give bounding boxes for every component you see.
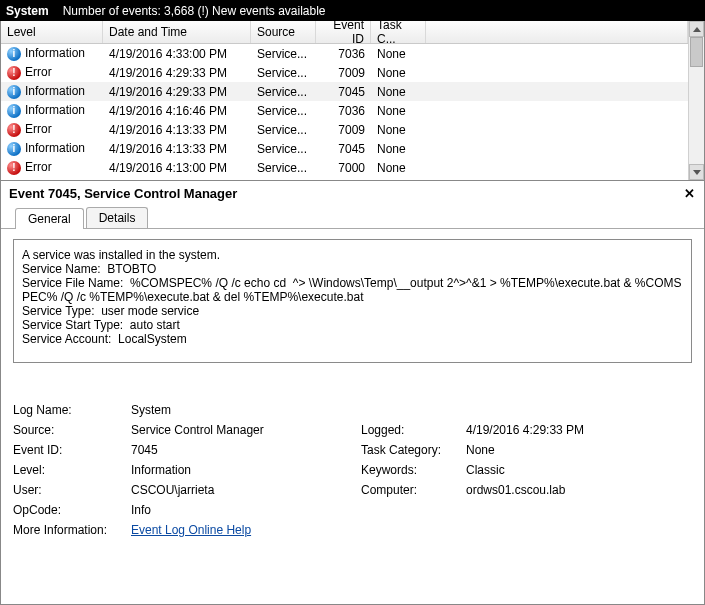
description-line: Service Type: user mode service <box>22 304 683 318</box>
info-icon: i <box>7 85 21 99</box>
cell-source: Service... <box>251 85 316 99</box>
scroll-up-button[interactable] <box>689 21 704 37</box>
value-opcode: Info <box>131 503 361 517</box>
cell-source: Service... <box>251 66 316 80</box>
cell-source: Service... <box>251 47 316 61</box>
close-icon[interactable]: ✕ <box>682 186 696 201</box>
column-header-source[interactable]: Source <box>251 21 316 43</box>
column-header-eventid[interactable]: Event ID <box>316 21 371 43</box>
scroll-thumb[interactable] <box>690 37 703 67</box>
event-count-text: Number of events: 3,668 (!) New events a… <box>63 4 326 18</box>
description-line: Service Account: LocalSystem <box>22 332 683 346</box>
log-title: System <box>6 4 63 18</box>
column-header-row: Level Date and Time Source Event ID Task… <box>1 21 688 44</box>
cell-task: None <box>371 47 426 61</box>
event-list-scrollbar[interactable] <box>688 21 704 180</box>
table-row[interactable]: !Error4/19/2016 4:13:33 PMService...7009… <box>1 120 688 139</box>
label-opcode: OpCode: <box>13 503 131 517</box>
label-log-name: Log Name: <box>13 403 131 417</box>
label-user: User: <box>13 483 131 497</box>
event-description-box: A service was installed in the system. S… <box>13 239 692 363</box>
column-header-datetime[interactable]: Date and Time <box>103 21 251 43</box>
cell-level: !Error <box>1 160 103 175</box>
cell-level: iInformation <box>1 103 103 118</box>
scroll-down-button[interactable] <box>689 164 704 180</box>
tab-details[interactable]: Details <box>86 207 149 228</box>
cell-source: Service... <box>251 161 316 175</box>
label-task-category: Task Category: <box>361 443 466 457</box>
tab-general[interactable]: General <box>15 208 84 229</box>
cell-event-id: 7036 <box>316 104 371 118</box>
detail-header: Event 7045, Service Control Manager ✕ <box>1 181 704 207</box>
cell-event-id: 7045 <box>316 142 371 156</box>
cell-level: !Error <box>1 122 103 137</box>
cell-task: None <box>371 85 426 99</box>
value-user: CSCOU\jarrieta <box>131 483 361 497</box>
chevron-up-icon <box>693 27 701 32</box>
description-line: Service Name: BTOBTO <box>22 262 683 276</box>
chevron-down-icon <box>693 170 701 175</box>
info-icon: i <box>7 104 21 118</box>
value-keywords: Classic <box>466 463 692 477</box>
event-detail-pane: Event 7045, Service Control Manager ✕ Ge… <box>0 181 705 605</box>
cell-level: iInformation <box>1 46 103 61</box>
cell-source: Service... <box>251 104 316 118</box>
cell-datetime: 4/19/2016 4:29:33 PM <box>103 85 251 99</box>
value-event-id: 7045 <box>131 443 361 457</box>
error-icon: ! <box>7 66 21 80</box>
label-computer: Computer: <box>361 483 466 497</box>
table-row[interactable]: iInformation4/19/2016 4:13:33 PMService.… <box>1 139 688 158</box>
event-list-pane: Level Date and Time Source Event ID Task… <box>0 21 705 181</box>
level-text: Error <box>25 65 52 79</box>
table-row[interactable]: !Error4/19/2016 4:29:33 PMService...7009… <box>1 63 688 82</box>
column-header-blank[interactable] <box>426 21 688 43</box>
info-icon: i <box>7 142 21 156</box>
label-more-info: More Information: <box>13 523 131 537</box>
label-source: Source: <box>13 423 131 437</box>
cell-task: None <box>371 104 426 118</box>
level-text: Information <box>25 46 85 60</box>
tab-body-general: A service was installed in the system. S… <box>1 229 704 604</box>
cell-datetime: 4/19/2016 4:33:00 PM <box>103 47 251 61</box>
titlebar: System Number of events: 3,668 (!) New e… <box>0 0 705 21</box>
scroll-track[interactable] <box>689 37 704 164</box>
event-grid[interactable]: Level Date and Time Source Event ID Task… <box>1 21 688 180</box>
cell-event-id: 7045 <box>316 85 371 99</box>
value-source: Service Control Manager <box>131 423 361 437</box>
more-info-link[interactable]: Event Log Online Help <box>131 523 251 537</box>
cell-datetime: 4/19/2016 4:13:33 PM <box>103 142 251 156</box>
column-header-task[interactable]: Task C... <box>371 21 426 43</box>
cell-source: Service... <box>251 123 316 137</box>
value-computer: ordws01.cscou.lab <box>466 483 692 497</box>
table-row[interactable]: iInformation4/19/2016 4:29:33 PMService.… <box>1 82 688 101</box>
table-row[interactable]: iInformation4/19/2016 4:33:00 PMService.… <box>1 44 688 63</box>
cell-event-id: 7000 <box>316 161 371 175</box>
description-line: Service File Name: %COMSPEC% /Q /c echo … <box>22 276 683 304</box>
info-icon: i <box>7 47 21 61</box>
cell-task: None <box>371 161 426 175</box>
detail-tabstrip: General Details <box>1 207 704 229</box>
value-task-category: None <box>466 443 692 457</box>
label-keywords: Keywords: <box>361 463 466 477</box>
table-row[interactable]: iInformation4/19/2016 4:16:46 PMService.… <box>1 101 688 120</box>
cell-level: iInformation <box>1 84 103 99</box>
cell-event-id: 7009 <box>316 66 371 80</box>
cell-task: None <box>371 142 426 156</box>
level-text: Information <box>25 84 85 98</box>
level-text: Information <box>25 141 85 155</box>
detail-title: Event 7045, Service Control Manager <box>9 186 237 201</box>
cell-event-id: 7036 <box>316 47 371 61</box>
level-text: Error <box>25 160 52 174</box>
label-event-id: Event ID: <box>13 443 131 457</box>
table-row[interactable]: !Error4/19/2016 4:13:00 PMService...7000… <box>1 158 688 177</box>
label-level: Level: <box>13 463 131 477</box>
cell-datetime: 4/19/2016 4:13:33 PM <box>103 123 251 137</box>
description-line: A service was installed in the system. <box>22 248 683 262</box>
cell-event-id: 7009 <box>316 123 371 137</box>
cell-level: !Error <box>1 65 103 80</box>
error-icon: ! <box>7 123 21 137</box>
column-header-level[interactable]: Level <box>1 21 103 43</box>
value-log-name: System <box>131 403 361 417</box>
level-text: Information <box>25 103 85 117</box>
error-icon: ! <box>7 161 21 175</box>
